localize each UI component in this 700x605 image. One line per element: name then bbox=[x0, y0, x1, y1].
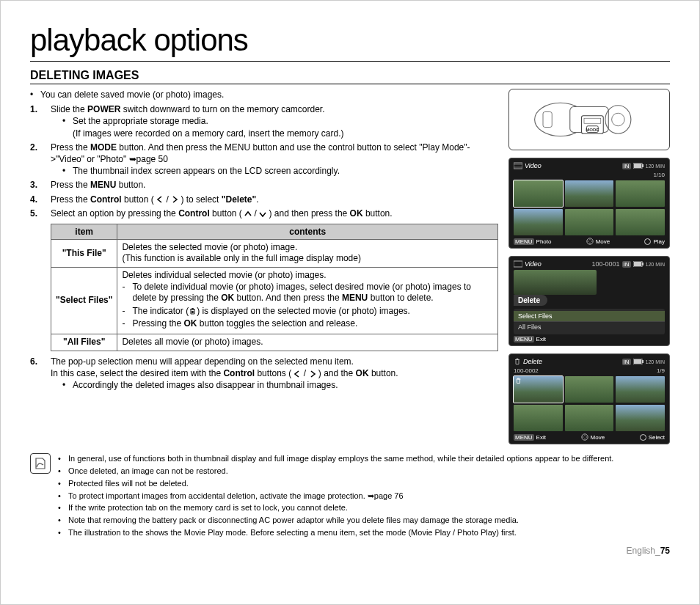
lcd-hint: Move bbox=[596, 238, 610, 245]
cell-contents: Deletes individual selected movie (or ph… bbox=[117, 268, 498, 334]
table-row: "Select Files" Deletes individual select… bbox=[51, 268, 498, 334]
text: button. bbox=[369, 368, 398, 378]
text: button ( bbox=[210, 208, 244, 219]
trash-overlay-icon bbox=[515, 378, 522, 384]
intro-text: You can delete saved movie (or photo) im… bbox=[40, 89, 224, 100]
thumbnail bbox=[514, 180, 563, 207]
svg-point-3 bbox=[612, 113, 625, 126]
storage-badge: IN bbox=[622, 163, 631, 169]
text: switch downward to turn on the memory ca… bbox=[120, 104, 324, 114]
lcd-hint: Select bbox=[649, 434, 665, 441]
menu-tag: MENU bbox=[514, 434, 534, 441]
svg-rect-12 bbox=[642, 164, 644, 167]
text: button. bbox=[116, 180, 145, 190]
lcd-title: Delete bbox=[523, 358, 542, 365]
lcd-hint: Move bbox=[591, 434, 605, 441]
thumbnail bbox=[616, 405, 665, 431]
text: button ( bbox=[122, 194, 156, 205]
cell-item: "All Files" bbox=[51, 334, 117, 351]
right-arrow-icon bbox=[171, 196, 178, 203]
note-text: If the write protection tab on the memor… bbox=[68, 502, 348, 513]
slash: / bbox=[166, 194, 171, 205]
note-text: In general, use of functions both in thu… bbox=[68, 453, 613, 464]
svg-point-2 bbox=[605, 106, 631, 134]
text-bold: MENU bbox=[90, 180, 116, 190]
note-text: The illustration to the shows the Movie … bbox=[68, 527, 517, 538]
step-number: 4. bbox=[30, 194, 51, 205]
text: Select an option by pressing the bbox=[51, 208, 178, 219]
svg-rect-21 bbox=[634, 359, 641, 364]
lcd-hint: Play bbox=[653, 238, 665, 245]
cell-line: To delete individual movie (or photo) im… bbox=[132, 282, 493, 304]
cell-item: "Select Files" bbox=[51, 268, 117, 334]
svg-rect-17 bbox=[642, 263, 644, 265]
text: Slide the bbox=[51, 104, 87, 114]
battery-icon bbox=[633, 163, 644, 169]
menu-item: Select Files bbox=[514, 311, 665, 321]
lcd-minutes: 120 MIN bbox=[646, 359, 665, 364]
thumbnail bbox=[565, 405, 614, 431]
text: Press the bbox=[51, 142, 90, 153]
thumbnail bbox=[565, 180, 614, 207]
sub-text: (If images were recorded on a memory car… bbox=[73, 128, 343, 139]
mode-button-label: MODE bbox=[586, 127, 599, 132]
svg-rect-18 bbox=[634, 262, 641, 266]
lcd-screen-delete-select: Delete IN 120 MIN 100-0002 1/9 bbox=[508, 353, 670, 444]
footer-page-number: 75 bbox=[660, 546, 670, 556]
text: Press the bbox=[51, 194, 90, 205]
step-5: 5. Select an option by pressing the Cont… bbox=[30, 208, 498, 219]
step-number: 5. bbox=[30, 208, 51, 219]
main-content: • You can delete saved movie (or photo) … bbox=[30, 89, 498, 444]
th-contents: contents bbox=[117, 224, 498, 239]
lcd-counter: 1/10 bbox=[653, 172, 665, 178]
dpad-icon bbox=[581, 433, 588, 441]
text-bold: Control bbox=[178, 208, 210, 219]
text: In this case, select the desired item wi… bbox=[51, 368, 223, 378]
page-title: playback options bbox=[30, 23, 670, 62]
note-text: Protected files will not be deleted. bbox=[68, 478, 189, 489]
step-4: 4. Press the Control button ( / ) to sel… bbox=[30, 194, 498, 205]
footer-lang: English_ bbox=[627, 546, 660, 556]
text: Press the bbox=[51, 180, 90, 190]
step-3: 3. Press the MENU button. bbox=[30, 179, 498, 191]
cell-line: Deletes individual selected movie (or ph… bbox=[122, 270, 493, 282]
svg-rect-20 bbox=[642, 360, 644, 363]
text-bold: OK bbox=[356, 368, 369, 378]
intro-bullet: • You can delete saved movie (or photo) … bbox=[30, 89, 498, 100]
down-arrow-icon bbox=[259, 210, 266, 218]
svg-rect-8 bbox=[514, 163, 522, 169]
text-bold: POWER bbox=[87, 104, 120, 114]
options-table: item contents "This File" Deletes the se… bbox=[51, 224, 498, 351]
thumbnail bbox=[565, 376, 614, 403]
storage-badge: IN bbox=[622, 261, 631, 268]
text-bold: MODE bbox=[90, 142, 117, 153]
lcd-hint: Exit bbox=[536, 336, 546, 342]
right-arrow-icon bbox=[309, 370, 316, 378]
film-icon bbox=[514, 260, 522, 268]
thumbnail bbox=[514, 405, 563, 431]
dpad-icon bbox=[586, 238, 594, 245]
thumbnail bbox=[514, 209, 563, 235]
svg-rect-7 bbox=[543, 112, 552, 128]
cell-contents: Deletes the selected movie (or photo) im… bbox=[117, 239, 498, 267]
sub-text: Set the appropriate storage media. bbox=[73, 115, 208, 127]
lcd-title: Video bbox=[525, 260, 542, 268]
thumbnail bbox=[616, 376, 665, 403]
thumbnail bbox=[514, 376, 563, 403]
note-text: Once deleted, an image can not be restor… bbox=[68, 466, 228, 477]
lcd-hint: Exit bbox=[536, 434, 546, 441]
text: ) to select bbox=[181, 194, 221, 205]
text-bold: OK bbox=[350, 208, 363, 219]
section-heading: DELETING IMAGES bbox=[30, 69, 670, 84]
lcd-minutes: 120 MIN bbox=[646, 164, 665, 169]
cell-line: Deletes the selected movie (or photo) im… bbox=[122, 242, 493, 254]
step-number: 1. bbox=[30, 103, 51, 139]
note-text: To protect important images from acciden… bbox=[68, 491, 404, 502]
film-icon bbox=[514, 162, 522, 169]
step-6: 6. The pop-up selection menu will appear… bbox=[30, 356, 498, 392]
th-item: item bbox=[51, 224, 117, 239]
text-bold: Control bbox=[223, 368, 255, 378]
text: ) and then press the bbox=[269, 208, 350, 219]
text: ) and the bbox=[318, 368, 356, 378]
thumbnail bbox=[616, 180, 665, 207]
